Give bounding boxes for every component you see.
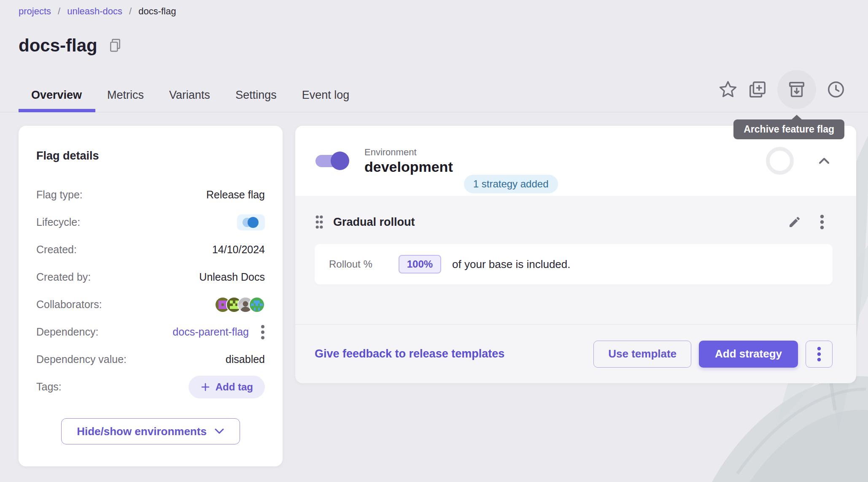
feedback-link[interactable]: Give feedback to release templates (315, 347, 504, 360)
chevron-down-icon (214, 428, 224, 435)
lifecycle-stage-icon (248, 217, 259, 228)
hide-show-environments-button[interactable]: Hide/show environments (61, 418, 240, 444)
page-title: docs-flag (19, 35, 97, 56)
collaborators-label: Collaborators: (36, 298, 102, 311)
tab-overview[interactable]: Overview (19, 79, 94, 112)
collaborator-avatars (215, 297, 265, 313)
chevron-up-icon (818, 157, 830, 165)
strategy-title: Gradual rollout (333, 216, 415, 229)
lifecycle-label: Lifecycle: (36, 216, 80, 228)
strategy-header: Gradual rollout (295, 214, 856, 230)
environment-footer: Give feedback to release templates Use t… (295, 324, 856, 383)
plus-icon (200, 382, 210, 392)
dependency-value-value: disabled (226, 353, 265, 366)
environment-toggle[interactable] (315, 151, 349, 171)
created-by-label: Created by: (36, 271, 91, 283)
tags-label: Tags: (36, 381, 62, 393)
breadcrumb-separator: / (58, 6, 60, 17)
row-created-by: Created by: Unleash Docs (36, 263, 265, 291)
edit-strategy-button[interactable] (788, 215, 801, 229)
dependency-label: Dependency: (36, 326, 98, 338)
kebab-icon (820, 214, 824, 230)
page-title-row: docs-flag (19, 35, 122, 56)
tooltip-arrow (791, 115, 802, 120)
hide-show-environments-label: Hide/show environments (77, 425, 207, 438)
dependency-link[interactable]: docs-parent-flag (173, 326, 249, 338)
flag-details-heading: Flag details (36, 149, 265, 162)
more-strategy-options-button[interactable] (806, 341, 833, 368)
copy-icon (108, 38, 122, 53)
row-dependency-value: Dependency value: disabled (36, 346, 265, 373)
strategy-menu-button[interactable] (820, 214, 824, 230)
tab-bar: Overview Metrics Variants Settings Event… (0, 79, 868, 112)
flag-details-rows: Flag type: Release flag Lifecycle: Creat… (36, 181, 265, 401)
row-flag-type: Flag type: Release flag (36, 181, 265, 209)
breadcrumb: projects / unleash-docs / docs-flag (19, 6, 176, 17)
lifecycle-stage-badge[interactable] (237, 214, 265, 230)
active-tab-indicator (19, 109, 95, 112)
kebab-icon (261, 325, 265, 340)
breadcrumb-project-name[interactable]: unleash-docs (67, 6, 122, 17)
breadcrumb-projects[interactable]: projects (19, 6, 51, 17)
flag-type-value: Release flag (206, 189, 265, 201)
pencil-icon (788, 215, 801, 229)
drag-handle-icon (315, 214, 324, 230)
rollout-label: Rollout % (329, 258, 372, 270)
row-tags: Tags: Add tag (36, 373, 265, 401)
kebab-icon (817, 347, 821, 362)
tab-settings[interactable]: Settings (223, 79, 289, 112)
tooltip-archive-feature-flag: Archive feature flag (733, 119, 844, 139)
strategy-count-badge: 1 strategy added (464, 175, 558, 193)
rollout-percentage-badge: 100% (399, 255, 441, 273)
dependency-value-group: docs-parent-flag (173, 325, 265, 340)
created-by-value: Unleash Docs (199, 271, 265, 283)
environment-name: development (364, 159, 453, 175)
breadcrumb-separator: / (129, 6, 132, 17)
row-created: Created: 14/10/2024 (36, 236, 265, 263)
add-strategy-button[interactable]: Add strategy (699, 341, 798, 368)
tab-event-log[interactable]: Event log (289, 79, 362, 112)
tab-metrics[interactable]: Metrics (94, 79, 156, 112)
tab-variants[interactable]: Variants (156, 79, 223, 112)
collapse-environment-button[interactable] (816, 152, 833, 169)
add-tag-button[interactable]: Add tag (189, 376, 265, 398)
row-collaborators: Collaborators: (36, 291, 265, 318)
row-dependency: Dependency: docs-parent-flag (36, 318, 265, 346)
flag-type-label: Flag type: (36, 189, 83, 201)
metrics-ring (766, 147, 794, 175)
environment-label: Environment (364, 147, 453, 158)
tooltip-text: Archive feature flag (744, 124, 834, 135)
created-label: Created: (36, 244, 77, 256)
avatar (249, 297, 265, 313)
tabs: Overview Metrics Variants Settings Event… (19, 79, 362, 112)
strategy-section: Gradual rollout Rollout % 100% of your b… (295, 196, 856, 324)
environment-title-block: Environment development (364, 147, 453, 175)
environment-accordion-card: Environment development 1 strategy added… (295, 126, 856, 383)
copy-name-button[interactable] (108, 38, 122, 53)
rollout-description: of your base is included. (452, 258, 570, 271)
row-lifecycle: Lifecycle: (36, 209, 265, 236)
use-template-button[interactable]: Use template (593, 341, 691, 368)
add-tag-label: Add tag (216, 381, 253, 393)
dependency-value-label: Dependency value: (36, 353, 127, 366)
toggle-knob (331, 152, 349, 170)
rollout-summary: Rollout % 100% of your base is included. (315, 244, 833, 284)
dependency-menu-button[interactable] (261, 325, 265, 340)
created-value: 14/10/2024 (212, 244, 265, 256)
flag-details-card: Flag details Flag type: Release flag Lif… (19, 126, 283, 466)
breadcrumb-current: docs-flag (138, 6, 176, 17)
strategy-drag-handle[interactable] (315, 214, 324, 230)
